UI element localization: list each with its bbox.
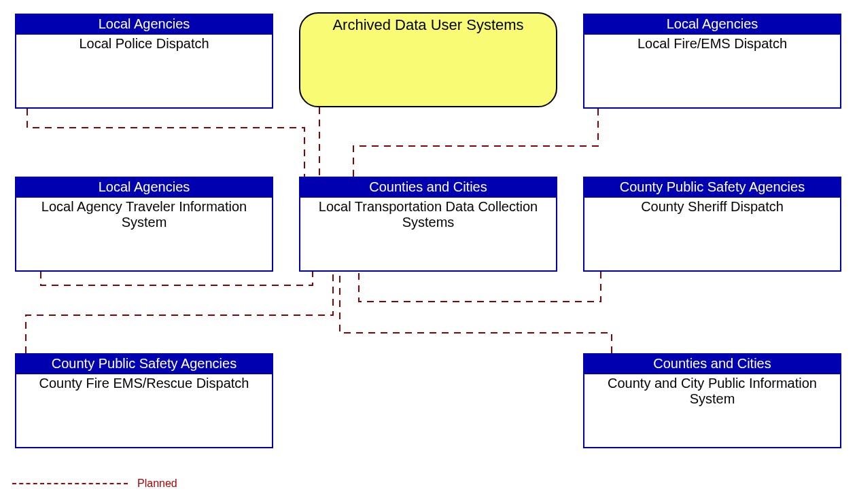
conn-b1-b4 — [27, 109, 304, 177]
conn-b7-b4 — [340, 272, 612, 353]
diagram-canvas: Archived Data User Systems Local Agencie… — [0, 0, 857, 504]
conn-b2-b4 — [353, 109, 598, 177]
box-body: County Fire EMS/Rescue Dispatch — [16, 374, 272, 395]
box-body: Local Transportation Data Collection Sys… — [300, 198, 556, 234]
archived-data-title: Archived Data User Systems — [332, 16, 523, 33]
box-body: County Sheriff Dispatch — [584, 198, 840, 219]
legend: Planned — [12, 478, 177, 490]
conn-b5-b4 — [359, 272, 601, 302]
box-body: Local Police Dispatch — [16, 35, 272, 56]
box-header: County Public Safety Agencies — [16, 355, 272, 374]
box-header: Local Agencies — [584, 15, 840, 35]
box-header: County Public Safety Agencies — [584, 178, 840, 198]
conn-b3-b4 — [41, 272, 313, 285]
box-local-transportation-data: Counties and Cities Local Transportation… — [299, 177, 557, 272]
box-local-agency-traveler-info: Local Agencies Local Agency Traveler Inf… — [15, 177, 273, 272]
box-body: Local Agency Traveler Information System — [16, 198, 272, 234]
box-county-city-public-info: Counties and Cities County and City Publ… — [583, 353, 841, 448]
box-local-fire-ems-dispatch: Local Agencies Local Fire/EMS Dispatch — [583, 14, 841, 109]
conn-b6-b4 — [26, 272, 333, 353]
box-body: County and City Public Information Syste… — [584, 374, 840, 411]
box-header: Counties and Cities — [300, 178, 556, 198]
box-local-police-dispatch: Local Agencies Local Police Dispatch — [15, 14, 273, 109]
box-header: Counties and Cities — [584, 355, 840, 374]
box-county-sheriff-dispatch: County Public Safety Agencies County She… — [583, 177, 841, 272]
archived-data-user-systems-box: Archived Data User Systems — [299, 12, 557, 107]
legend-dash-icon — [12, 483, 128, 484]
box-header: Local Agencies — [16, 178, 272, 198]
legend-label: Planned — [137, 478, 177, 490]
box-body: Local Fire/EMS Dispatch — [584, 35, 840, 56]
box-header: Local Agencies — [16, 15, 272, 35]
box-county-fire-ems-rescue: County Public Safety Agencies County Fir… — [15, 353, 273, 448]
